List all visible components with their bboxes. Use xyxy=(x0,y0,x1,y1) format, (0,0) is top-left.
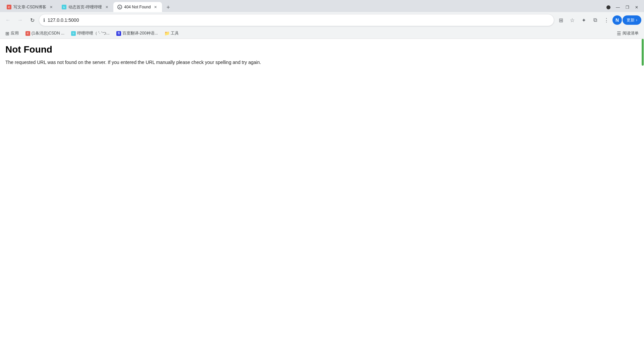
grid-icon: ⊞ xyxy=(559,17,563,23)
security-icon: ℹ xyxy=(43,17,45,23)
minimize-button[interactable]: — xyxy=(613,3,623,12)
bookmarks-bar: ⊞ 应用 C (1条消息)CSDN ... b 哔哩哔哩（ '· 'つ... 百… xyxy=(0,28,644,39)
toolbar: ← → ↻ ℹ ⊞ ☆ ✦ ⧉ ⋮ xyxy=(0,12,644,28)
tab-label-bilibili: 动态首页-哔哩哔哩 xyxy=(68,4,102,10)
tabs-container: C 写文章-CSDN博客 ✕ b 动态首页-哔哩哔哩 ✕ ● 404 Not F… xyxy=(3,2,606,12)
csdn-bookmark-icon: C xyxy=(25,31,30,36)
apps-button[interactable]: ⊞ 应用 xyxy=(3,29,21,38)
bookmark-label-csdn: (1条消息)CSDN ... xyxy=(32,30,64,36)
scrollbar-track[interactable] xyxy=(641,39,644,346)
page-content: Not Found The requested URL was not foun… xyxy=(0,39,644,346)
page-heading: Not Found xyxy=(5,44,639,55)
tab-close-bilibili[interactable]: ✕ xyxy=(104,4,109,10)
grid-button[interactable]: ⊞ xyxy=(555,15,566,25)
refresh-icon: ↻ xyxy=(30,17,35,23)
update-button[interactable]: 更新 › xyxy=(623,15,641,25)
baidu-bookmark-icon: 百 xyxy=(116,31,121,36)
tab-close-csdn[interactable]: ✕ xyxy=(48,4,54,10)
tab-bilibili[interactable]: b 动态首页-哔哩哔哩 ✕ xyxy=(58,2,113,12)
bookmark-favicon-bilibili: b xyxy=(71,31,76,36)
tab-favicon-csdn: C xyxy=(7,5,11,9)
bookmark-favicon-csdn: C xyxy=(25,31,30,36)
tab-label-404: 404 Not Found xyxy=(124,5,151,9)
new-tab-button[interactable]: + xyxy=(163,3,173,12)
tab-favicon-bilibili: b xyxy=(62,5,66,9)
apps-label: 应用 xyxy=(11,30,19,36)
bookmark-label-baidu: 百度翻译-200种语... xyxy=(122,30,158,36)
csdn-favicon-icon: C xyxy=(7,5,11,9)
close-icon: ✕ xyxy=(635,5,638,10)
tab-404[interactable]: ● 404 Not Found ✕ xyxy=(113,2,162,12)
tab-favicon-404: ● xyxy=(117,5,122,9)
customize-button[interactable]: ✦ xyxy=(578,15,589,25)
bookmark-favicon-baidu: 百 xyxy=(116,31,121,36)
page-description: The requested URL was not found on the s… xyxy=(5,59,639,66)
tab-close-404[interactable]: ✕ xyxy=(153,4,158,10)
address-bar[interactable]: ℹ xyxy=(39,14,554,26)
toolbar-right-icons: ⊞ ☆ ✦ ⧉ ⋮ N 更新 › xyxy=(555,15,641,25)
forward-button[interactable]: → xyxy=(15,15,25,25)
refresh-button[interactable]: ↻ xyxy=(27,15,38,25)
new-tab-icon: + xyxy=(166,4,170,11)
bilibili-favicon-icon: b xyxy=(62,5,66,9)
extensions-icon: ⧉ xyxy=(593,17,597,23)
browser-window: C 写文章-CSDN博客 ✕ b 动态首页-哔哩哔哩 ✕ ● 404 Not F… xyxy=(0,0,644,346)
bookmark-label-tools: 工具 xyxy=(171,30,179,36)
update-arrow-icon: › xyxy=(636,18,637,22)
tab-csdn[interactable]: C 写文章-CSDN博客 ✕ xyxy=(3,2,58,12)
menu-icon: ⋮ xyxy=(604,17,609,23)
folder-bookmark-icon: 📁 xyxy=(165,31,169,36)
close-button[interactable]: ✕ xyxy=(632,3,641,12)
back-icon: ← xyxy=(5,17,11,23)
address-input[interactable] xyxy=(48,17,550,23)
menu-button[interactable]: ⋮ xyxy=(601,15,612,25)
bookmark-label-bilibili: 哔哩哔哩（ '· 'つ... xyxy=(77,30,110,36)
tab-label-csdn: 写文章-CSDN博客 xyxy=(13,4,46,10)
tab-bar: C 写文章-CSDN博客 ✕ b 动态首页-哔哩哔哩 ✕ ● 404 Not F… xyxy=(0,0,644,12)
apps-grid-icon: ⊞ xyxy=(5,31,9,36)
maximize-button[interactable]: ❐ xyxy=(623,3,632,12)
bookmark-tools[interactable]: 📁 工具 xyxy=(162,29,181,38)
reading-list-icon: ☰ xyxy=(617,31,621,36)
back-button[interactable]: ← xyxy=(3,15,13,25)
globe-favicon-icon: ● xyxy=(117,5,122,9)
bilibili-bookmark-icon: b xyxy=(71,31,76,36)
minimize-icon: — xyxy=(616,5,620,10)
record-dot xyxy=(606,5,610,9)
customize-icon: ✦ xyxy=(582,17,586,23)
forward-icon: → xyxy=(17,17,23,23)
scrollbar-thumb[interactable] xyxy=(642,39,644,66)
bookmark-icon: ☆ xyxy=(570,17,575,23)
profile-button[interactable]: N xyxy=(612,15,622,25)
maximize-icon: ❐ xyxy=(626,5,629,10)
profile-letter: N xyxy=(615,17,619,23)
bookmark-favicon-tools: 📁 xyxy=(165,31,169,36)
reading-list-button[interactable]: ☰ 阅读清单 xyxy=(614,29,641,38)
reading-list-label: 阅读清单 xyxy=(623,30,639,36)
bookmark-button[interactable]: ☆ xyxy=(567,15,578,25)
bookmark-bilibili[interactable]: b 哔哩哔哩（ '· 'つ... xyxy=(68,29,112,38)
update-label: 更新 xyxy=(627,17,635,23)
extensions-button[interactable]: ⧉ xyxy=(590,15,600,25)
window-controls: — ❐ ✕ xyxy=(606,3,641,12)
bookmark-baidu[interactable]: 百 百度翻译-200种语... xyxy=(114,29,161,38)
bookmark-csdn[interactable]: C (1条消息)CSDN ... xyxy=(23,29,67,38)
